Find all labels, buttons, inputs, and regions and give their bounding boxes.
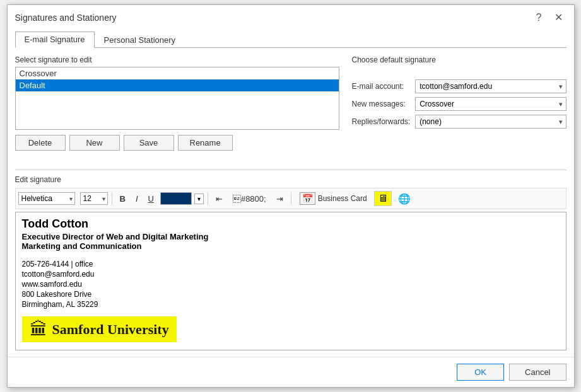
- help-button[interactable]: ?: [532, 11, 546, 25]
- size-select-wrapper: 891011 12141618: [80, 192, 108, 205]
- dialog-footer: OK Cancel: [8, 357, 574, 387]
- signature-toolbar: Helvetica Arial Times New Roman Calibri …: [15, 188, 566, 209]
- sig-website: www.samford.edu: [22, 280, 560, 289]
- logo-text: Samford University: [52, 321, 169, 338]
- sig-email: tcotton@samford.edu: [22, 270, 560, 279]
- italic-button[interactable]: I: [132, 192, 142, 205]
- new-button[interactable]: New: [69, 135, 120, 151]
- business-card-button[interactable]: 📅 Business Card: [295, 190, 372, 207]
- new-messages-select[interactable]: Crossover Default (none): [415, 97, 566, 111]
- sig-list-item-crossover[interactable]: Crossover: [16, 67, 339, 79]
- bold-button[interactable]: B: [116, 192, 129, 205]
- dialog-title: Signatures and Stationery: [15, 13, 117, 23]
- sig-city: Birmingham, AL 35229: [22, 300, 560, 309]
- insert-link-icon: 🌐: [398, 193, 411, 204]
- insert-link-button[interactable]: 🌐: [394, 191, 414, 207]
- title-bar: Signatures and Stationery ? ✕: [8, 5, 574, 27]
- new-messages-select-wrapper: Crossover Default (none): [415, 97, 566, 111]
- signature-list[interactable]: Crossover Default: [15, 67, 339, 130]
- replies-forwards-select[interactable]: (none) Crossover Default: [415, 115, 566, 129]
- main-area: Select signature to edit Crossover Defau…: [15, 55, 566, 350]
- email-account-label: E-mail account:: [352, 82, 411, 91]
- signature-editor[interactable]: Todd Cotton Executive Director of Web an…: [15, 212, 566, 350]
- align-right-button[interactable]: ⇥: [273, 192, 287, 205]
- tab-email-signature[interactable]: E-mail Signature: [15, 32, 95, 48]
- font-select-wrapper: Helvetica Arial Times New Roman Calibri: [18, 192, 75, 205]
- divider2: [208, 192, 208, 205]
- font-select[interactable]: Helvetica Arial Times New Roman Calibri: [18, 192, 75, 205]
- edit-sig-section: Edit signature Helvetica Arial Times New…: [15, 170, 566, 350]
- rename-button[interactable]: Rename: [178, 135, 233, 151]
- new-messages-label: New messages:: [352, 100, 411, 108]
- edit-sig-label: Edit signature: [15, 170, 566, 184]
- insert-image-icon: 🖥: [378, 193, 388, 204]
- align-center-button[interactable]: #8800;: [229, 192, 270, 205]
- align-left-button[interactable]: ⇤: [212, 192, 226, 205]
- sig-phone: 205-726-4144 | office: [22, 260, 560, 268]
- ok-button[interactable]: OK: [457, 364, 504, 381]
- business-card-label: Business Card: [318, 194, 367, 203]
- insert-image-button[interactable]: 🖥: [374, 191, 392, 206]
- replies-forwards-label: Replies/forwards:: [352, 117, 411, 126]
- size-select[interactable]: 891011 12141618: [80, 192, 108, 205]
- sig-logo: 🏛 Samford University: [22, 316, 177, 342]
- font-color-picker[interactable]: [160, 192, 192, 205]
- cancel-button[interactable]: Cancel: [509, 364, 566, 381]
- sig-list-item-default[interactable]: Default: [16, 79, 339, 91]
- replies-forwards-select-wrapper: (none) Crossover Default: [415, 115, 566, 129]
- save-button[interactable]: Save: [124, 135, 174, 151]
- sig-name: Todd Cotton: [22, 217, 560, 231]
- delete-button[interactable]: Delete: [15, 135, 66, 151]
- action-buttons: Delete New Save Rename: [15, 135, 339, 151]
- sig-address: 800 Lakeshore Drive: [22, 290, 560, 299]
- default-sig-label: Choose default signature: [352, 55, 566, 64]
- top-section: Select signature to edit Crossover Defau…: [15, 55, 566, 151]
- right-panel: Choose default signature E-mail account:…: [352, 55, 566, 151]
- sig-dept: Marketing and Communication: [22, 241, 560, 251]
- dialog-body: E-mail Signature Personal Stationery Sel…: [8, 27, 574, 357]
- default-sig-grid: E-mail account: tcotton@samford.edu New …: [352, 79, 566, 129]
- divider1: [112, 192, 112, 205]
- business-card-icon: 📅: [300, 192, 315, 205]
- underline-button[interactable]: U: [144, 192, 158, 205]
- logo-icon: 🏛: [30, 319, 47, 340]
- email-account-select[interactable]: tcotton@samford.edu: [415, 79, 566, 93]
- close-button[interactable]: ✕: [551, 10, 566, 25]
- title-bar-controls: ? ✕: [532, 10, 566, 25]
- tab-personal-stationery[interactable]: Personal Stationery: [95, 32, 185, 48]
- tab-bar: E-mail Signature Personal Stationery: [15, 31, 566, 48]
- dialog: Signatures and Stationery ? ✕ E-mail Sig…: [7, 4, 575, 388]
- select-sig-label: Select signature to edit: [15, 55, 339, 64]
- email-account-select-wrapper: tcotton@samford.edu: [415, 79, 566, 93]
- sig-title: Executive Director of Web and Digital Ma…: [22, 232, 560, 241]
- color-drop-button[interactable]: ▾: [194, 193, 204, 204]
- left-panel: Select signature to edit Crossover Defau…: [15, 55, 339, 151]
- divider3: [291, 192, 291, 205]
